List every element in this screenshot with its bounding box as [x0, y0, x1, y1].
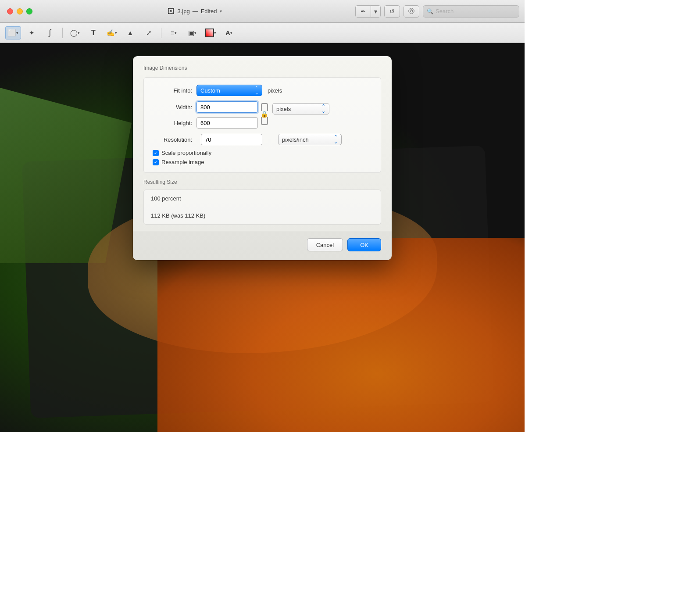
search-icon: 🔍	[427, 8, 433, 14]
dimension-unit-value: pixels	[276, 106, 319, 112]
resolution-row: Resolution: pixels/inch ⌃⌄	[153, 134, 372, 145]
toolbar: ⬜ ▾ ✦ ∫ ◯ ▾ T ✍ ▾ ▲ ⤢ ≡ ▾ ▣ ▾ ▾ A ▾	[0, 23, 525, 43]
fit-into-label: Fit into:	[153, 87, 192, 94]
traffic-lights	[0, 8, 39, 14]
maximize-button[interactable]	[26, 8, 32, 14]
text-tool-icon: T	[91, 29, 96, 37]
scale-proportionally-label: Scale proportionally	[161, 150, 211, 156]
window-title: 🖼 3.jpg — Edited ▾	[39, 7, 350, 15]
pen-toolbar-group: ✒ ▾	[355, 5, 381, 18]
resample-image-row: ✓ Resample image	[153, 159, 372, 165]
signature-icon: ✍	[107, 29, 115, 37]
resolution-unit-value: pixels/inch	[282, 136, 331, 143]
tool-font[interactable]: A ▾	[221, 26, 237, 39]
dimensions-group: Width: Height: 🔒	[153, 101, 372, 129]
font-icon: A	[225, 29, 230, 36]
color-icon	[205, 29, 214, 37]
rectangle-select-icon: ⬜	[8, 29, 16, 37]
cancel-button[interactable]: Cancel	[307, 238, 343, 251]
border-icon: ▣	[188, 29, 194, 37]
align-icon: ≡	[171, 29, 175, 36]
rectangle-select-dropdown[interactable]: ▾	[16, 31, 18, 35]
dimensions-panel: Fit into: Custom ⌃⌄ pixels Width:	[143, 77, 381, 173]
titlebar: 🖼 3.jpg — Edited ▾ ✒ ▾ ↺ ⓐ 🔍 Search	[0, 0, 525, 23]
fit-into-value: Custom	[200, 87, 252, 94]
resulting-size-title: Resulting Size	[143, 179, 381, 185]
tool-lasso[interactable]: ∫	[42, 26, 58, 39]
chevron-down-icon[interactable]: ▾	[220, 9, 222, 14]
resolution-label: Resolution:	[153, 136, 192, 143]
resulting-size-section: Resulting Size 100 percent 112 KB (was 1…	[133, 179, 392, 225]
crop-icon: ⤢	[146, 29, 152, 37]
bracket-bottom-icon	[261, 117, 268, 125]
height-input[interactable]	[196, 117, 258, 129]
dimension-unit-group: pixels ⌃⌄	[272, 103, 329, 114]
modal-buttons: Cancel OK	[133, 231, 392, 260]
resample-image-label: Resample image	[161, 159, 204, 165]
width-label: Width:	[153, 104, 192, 111]
height-label: Height:	[153, 120, 192, 126]
tool-text[interactable]: T	[86, 26, 101, 39]
fit-into-row: Fit into: Custom ⌃⌄ pixels	[153, 85, 372, 96]
dimension-unit-select[interactable]: pixels ⌃⌄	[272, 103, 329, 114]
zoom-shape-icon: ▲	[127, 29, 134, 36]
modal-body: Image Dimensions Fit into: Custom ⌃⌄ pix…	[133, 56, 392, 173]
tool-align[interactable]: ≡ ▾	[166, 26, 182, 39]
titlebar-actions: ✒ ▾ ↺ ⓐ 🔍 Search	[350, 5, 525, 18]
image-dimensions-dialog: Image Dimensions Fit into: Custom ⌃⌄ pix…	[133, 56, 392, 260]
fit-into-select[interactable]: Custom ⌃⌄	[196, 85, 262, 96]
magic-wand-icon: ✦	[29, 29, 35, 37]
tool-color[interactable]: ▾	[203, 26, 218, 39]
lasso-icon: ∫	[49, 28, 51, 37]
search-box[interactable]: 🔍 Search	[423, 5, 519, 18]
resample-image-checkbox[interactable]: ✓	[153, 159, 159, 165]
scale-proportionally-row: ✓ Scale proportionally	[153, 150, 372, 156]
close-button[interactable]	[7, 8, 13, 14]
fit-into-controls: Custom ⌃⌄ pixels	[196, 85, 282, 96]
width-row: Width:	[153, 101, 258, 113]
resulting-size-panel: 100 percent 112 KB (was 112 KB)	[143, 190, 381, 225]
undo-button[interactable]: ↺	[384, 5, 400, 18]
resolution-unit-select[interactable]: pixels/inch ⌃⌄	[278, 134, 342, 145]
resulting-percent: 100 percent	[151, 195, 374, 202]
tool-border[interactable]: ▣ ▾	[184, 26, 200, 39]
tool-zoom-shape[interactable]: ▲	[122, 26, 138, 39]
pen-dropdown-button[interactable]: ▾	[371, 5, 381, 18]
width-input[interactable]	[196, 101, 258, 113]
resulting-kb: 112 KB (was 112 KB)	[151, 212, 374, 219]
tool-shapes[interactable]: ◯ ▾	[67, 26, 83, 39]
ok-button[interactable]: OK	[347, 238, 381, 251]
dimension-unit-chevron-icon: ⌃⌄	[321, 104, 325, 114]
pen-button[interactable]: ✒	[355, 5, 371, 18]
resolution-unit-chevron-icon: ⌃⌄	[334, 135, 338, 144]
search-placeholder: Search	[436, 8, 454, 14]
title-edited: Edited	[201, 8, 217, 14]
lock-icon: 🔒	[261, 111, 268, 118]
resolution-input[interactable]	[201, 134, 262, 145]
tool-crop[interactable]: ⤢	[141, 26, 157, 39]
height-row: Height:	[153, 117, 258, 129]
file-icon: 🖼	[168, 7, 175, 15]
modal-overlay: Image Dimensions Fit into: Custom ⌃⌄ pix…	[0, 43, 525, 432]
scale-proportionally-checkbox[interactable]: ✓	[153, 150, 159, 156]
tool-magic-wand[interactable]: ✦	[24, 26, 39, 39]
bracket-top-icon	[261, 103, 268, 111]
shapes-icon: ◯	[70, 29, 78, 37]
dim-left-inputs: Width: Height:	[153, 101, 258, 129]
divider-2	[161, 28, 161, 38]
divider-1	[62, 28, 63, 38]
modal-title: Image Dimensions	[143, 65, 381, 71]
aspect-ratio-lock[interactable]: 🔒	[261, 103, 268, 125]
title-filename: 3.jpg	[177, 8, 189, 14]
title-separator: —	[193, 8, 198, 14]
minimize-button[interactable]	[17, 8, 23, 14]
share-button[interactable]: ⓐ	[404, 5, 419, 18]
fit-into-chevron-icon: ⌃⌄	[255, 86, 258, 95]
tool-signature[interactable]: ✍ ▾	[104, 26, 120, 39]
fit-into-unit: pixels	[268, 87, 282, 94]
tool-rectangle-select[interactable]: ⬜ ▾	[5, 26, 21, 39]
